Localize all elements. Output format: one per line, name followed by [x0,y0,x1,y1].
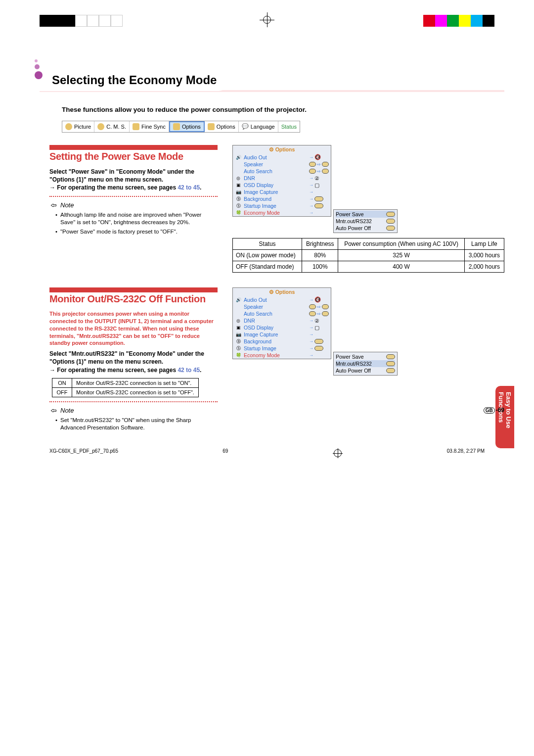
image-capture-icon: 📷 [235,189,242,195]
footer-timestamp: 03.8.28, 2:27 PM [447,448,485,458]
section-2-crossref: → For operating the menu screen, see pag… [49,366,218,374]
pointing-hand-icon [49,406,58,415]
decorative-dots [35,59,43,81]
osd-options-panel-2: ⚙ Options 🔊Audio Out→🔇 Speaker ⇨ Auto Se… [232,287,331,359]
economy-submenu-1: Power Save Mntr.out/RS232 Auto Power Off [333,209,398,233]
tab-language: 💬Language [239,121,278,132]
note-heading-2: Note [49,406,218,415]
rs232-table: ONMonitor Out/RS-232C connection is set … [52,378,199,397]
osd-options-panel: ⚙ Options 🔊Audio Out→🔇 Speaker ⇨ Auto Se… [232,145,331,217]
dotted-rule-2 [49,401,218,402]
footer-filename: XG-C60X_E_PDF_p67_70.p65 [49,448,118,458]
economy-mode-icon: 🍀 [235,210,242,216]
audio-out-icon: 🔊 [235,154,242,160]
section-1-header: Setting the Power Save Mode [49,145,218,162]
osd-screenshot-1: ⚙ Options 🔊Audio Out→🔇 Speaker ⇨ Auto Se… [232,145,504,233]
print-footer: XG-C60X_E_PDF_p67_70.p65 69 03.8.28, 2:2… [0,448,534,468]
footer-page: 69 [222,448,228,458]
tab-options-2: Options [205,121,239,132]
section-2-notes: Set "Mntr.out/RS232" to "ON" when using … [55,417,218,432]
tab-picture: Picture [62,121,94,132]
startup-image-icon: Ⓢ [235,203,242,209]
tab-finesync: Fine Sync [130,121,169,132]
section-1-instruction: Select "Power Save" in "Economy Mode" un… [49,168,218,184]
economy-submenu-2: Power Save Mntr.out/RS232 Auto Power Off [333,352,398,376]
dotted-rule [49,196,218,197]
section-1-crossref: → For operating the menu screen, see pag… [49,184,218,191]
tab-cms: C. M. S. [94,121,130,132]
tab-status: Status [278,121,300,132]
background-icon: Ⓑ [235,196,242,202]
section-1-notes: Although lamp life and noise are improve… [55,211,218,236]
section-side-tab: Easy to Use Functions [495,386,514,448]
menu-tabs: Picture C. M. S. Fine Sync Options Optio… [62,121,300,133]
intro-text: These functions allow you to reduce the … [62,106,504,113]
section-2-instruction: Select "Mntr.out/RS232" in "Economy Mode… [49,350,218,366]
tab-options-1: Options [169,121,205,132]
osd-display-icon: ▣ [235,182,242,188]
power-save-table: Status Brightness Power consumption (Whe… [232,238,504,273]
pointing-hand-icon [49,201,58,210]
page-title-block: Selecting the Economy Mode [40,69,504,91]
note-heading: Note [49,201,218,210]
dnr-icon: ◎ [235,175,242,181]
section-2-header: Monitor Out/RS-232C Off Function [49,287,218,304]
section-2-warning: This projector consumes power when using… [49,310,218,347]
page-title: Selecting the Economy Mode [52,73,217,87]
page-number: GB-69 [484,407,504,414]
osd-screenshot-2: ⚙ Options 🔊Audio Out→🔇 Speaker ⇨ Auto Se… [232,287,504,376]
